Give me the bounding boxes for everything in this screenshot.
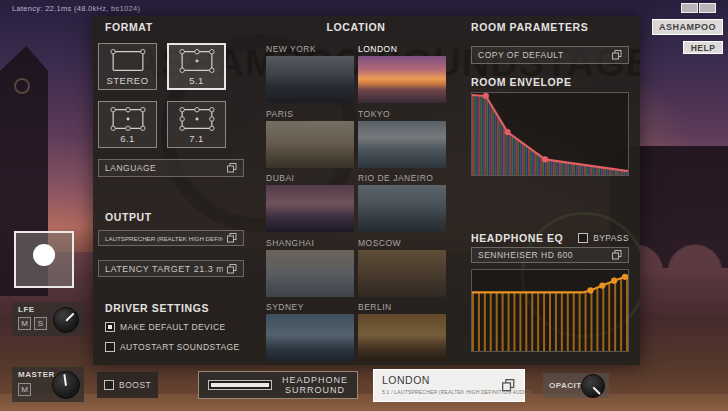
output-title: OUTPUT [105,211,152,223]
format-option-stereo[interactable]: STEREO [98,43,157,90]
bypass-checkbox-row[interactable]: BYPASS [578,233,629,243]
city-label: SHANGHAI [266,238,354,248]
format-option-label: STEREO [106,75,148,86]
boost-checkbox[interactable] [104,380,114,390]
copy-icon [612,250,622,260]
city-moscow: MOSCOW [358,238,446,297]
opacity-panel: OPACITY [543,373,609,398]
city-thumbnail-shanghai[interactable] [266,250,354,297]
driver-settings-title: DRIVER SETTINGS [105,302,209,314]
lfe-label: LFE [18,305,35,314]
city-thumbnail-paris[interactable] [266,121,354,168]
latency-status-text: Latency: 22.1ms (48.0kHz, bs1024) [12,4,140,13]
format-option-label: 5.1 [189,75,204,86]
opacity-knob[interactable] [581,374,605,398]
city-thumbnail-tokyo[interactable] [358,121,446,168]
city-thumbnail-rio-de-janeiro[interactable] [358,185,446,232]
city-thumbnail-moscow[interactable] [358,250,446,297]
city-label: NEW YORK [266,44,354,54]
clock-face [14,78,30,94]
lfe-solo-button[interactable]: S [34,317,47,330]
active-location-label: LONDON [382,374,430,386]
window-button[interactable] [699,3,716,13]
headphone-model-dropdown[interactable]: SENNHEISER HD 600 [471,247,629,263]
latency-target-dropdown[interactable]: LATENCY TARGET 21.3 ms [98,260,244,277]
autostart-label: AUTOSTART SOUNDSTAGE [120,342,240,352]
city-thumbnail-dubai[interactable] [266,185,354,232]
copy-icon [227,264,237,274]
latency-target-label: LATENCY TARGET 21.3 ms [105,264,223,274]
format-option-label: 6.1 [120,133,135,144]
headphone-surround-checkbox[interactable] [208,380,272,390]
lfe-knob[interactable] [53,307,79,333]
city-sydney: SYDNEY [266,302,354,361]
copy-icon [227,163,237,173]
city-label: BERLIN [358,302,446,312]
city-label: TOKYO [358,109,446,119]
room-envelope-plot[interactable] [472,93,628,175]
window-button[interactable] [681,3,698,13]
format-option-5-1[interactable]: 5.1 [167,43,226,90]
autostart-checkbox[interactable] [105,342,115,352]
room-preset-label: COPY OF DEFAULT [478,50,608,60]
master-mute-button[interactable]: M [18,383,31,396]
make-default-device-checkbox-row[interactable]: MAKE DEFAULT DEVICE [105,322,226,332]
headphone-surround-panel[interactable]: HEADPHONE SURROUND [198,371,358,399]
format-option-7-1[interactable]: 7.1 [167,101,226,148]
headphone-model-label: SENNHEISER HD 600 [478,250,608,260]
copy-icon [612,50,622,60]
city-thumbnail-new-york[interactable] [266,56,354,103]
copy-icon [502,379,515,392]
bypass-label: BYPASS [593,233,629,243]
lfe-panel: LFE M S [12,302,84,336]
knob-needle [63,374,67,386]
make-default-checkbox[interactable] [105,322,115,332]
city-thumbnail-sydney[interactable] [266,314,354,361]
format-option-6-1[interactable]: 6.1 [98,101,157,148]
location-grid: NEW YORK LONDON PARIS TOKYO DUBAI RIO DE… [266,44,446,361]
location-title: LOCATION [266,21,446,33]
city-label: SYDNEY [266,302,354,312]
lfe-mute-button[interactable]: M [18,317,31,330]
surround-6-1-icon [108,106,148,132]
bypass-checkbox[interactable] [578,233,588,243]
autostart-soundstage-checkbox-row[interactable]: AUTOSTART SOUNDSTAGE [105,342,240,352]
city-label: DUBAI [266,173,354,183]
help-button[interactable]: HELP [683,41,723,54]
active-config-dropdown[interactable]: LONDON 5.1 / LAUTSPRECHER (REALTEK HIGH … [373,369,525,402]
city-new-york: NEW YORK [266,44,354,103]
city-label: MOSCOW [358,238,446,248]
city-london: LONDON [358,44,446,103]
master-panel: MASTER M [12,367,84,402]
output-device-dropdown[interactable]: LAUTSPRECHER (REALTEK HIGH DEFINITION AU… [98,230,244,246]
room-preset-dropdown[interactable]: COPY OF DEFAULT [471,46,629,64]
room-envelope-chart[interactable] [471,92,629,176]
language-dropdown[interactable]: LANGUAGE [98,159,244,177]
format-title: FORMAT [105,21,153,33]
copy-icon [227,233,237,243]
headphone-eq-plot[interactable] [472,270,628,351]
center-speaker-button[interactable] [14,231,74,288]
format-grid: STEREO 5.1 [98,43,226,148]
room-envelope-title: ROOM ENVELOPE [471,76,572,88]
city-shanghai: SHANGHAI [266,238,354,297]
city-paris: PARIS [266,109,354,168]
city-thumbnail-berlin[interactable] [358,314,446,361]
stereo-speakers-icon [108,48,148,74]
ashampoo-button[interactable]: ASHAMPOO [652,19,723,35]
city-thumbnail-london[interactable] [358,56,446,103]
headphone-eq-chart[interactable] [471,269,629,352]
surround-5-1-icon [177,48,217,74]
city-rio-de-janeiro: RIO DE JANEIRO [358,173,446,232]
city-label: LONDON [358,44,446,54]
output-device-label: LAUTSPRECHER (REALTEK HIGH DEFINITION AU… [105,235,223,242]
speaker-dot-icon [33,244,55,266]
headphone-eq-title: HEADPHONE EQ [471,232,563,244]
boost-panel[interactable]: BOOST [97,372,158,398]
city-label: PARIS [266,109,354,119]
make-default-label: MAKE DEFAULT DEVICE [120,322,226,332]
master-knob[interactable] [52,371,80,399]
city-dubai: DUBAI [266,173,354,232]
knob-needle [65,313,74,322]
room-parameters-title: ROOM PARAMETERS [471,21,588,33]
